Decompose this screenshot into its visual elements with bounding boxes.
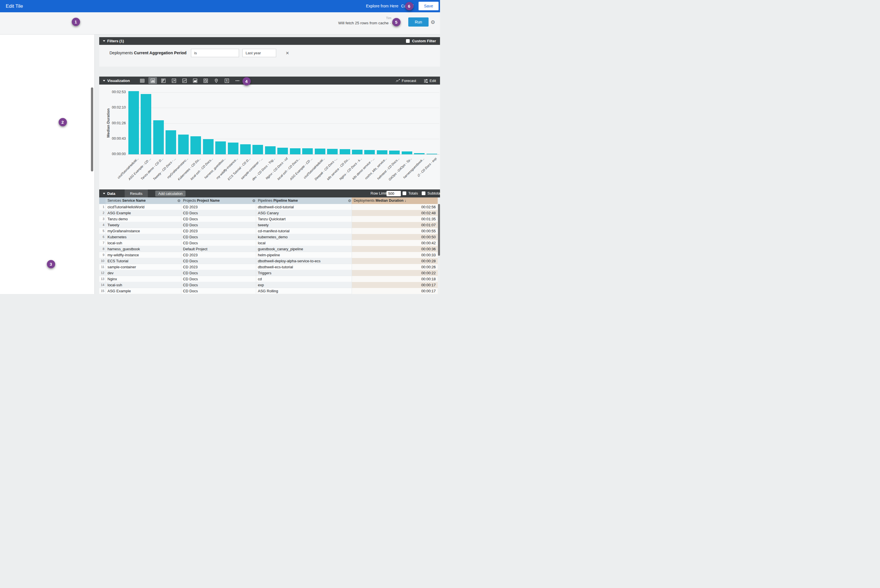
chart-bar[interactable] [377, 150, 387, 154]
cell-service-name[interactable]: local-ssh [107, 282, 179, 288]
chart-bar[interactable] [340, 149, 350, 154]
viz-type-bar-icon[interactable] [159, 77, 167, 84]
chart-bar[interactable] [215, 141, 226, 154]
filter-operator-select[interactable]: is [191, 49, 239, 57]
chart-bar[interactable] [402, 152, 412, 154]
custom-filter-checkbox[interactable] [406, 39, 410, 43]
table-scrollbar-thumb[interactable] [438, 204, 440, 256]
column-header-service-name[interactable]: Services Service Name [107, 197, 179, 204]
cell-service-name[interactable]: local-ssh [107, 240, 179, 246]
cell-service-name[interactable]: ECS Tutorial [107, 258, 179, 264]
query-settings-gear-icon[interactable]: ⚙ [430, 20, 435, 25]
add-calculation-button[interactable]: Add calculation [155, 190, 185, 196]
viz-type-single-value-icon[interactable]: 6 [223, 77, 231, 84]
cell-project-name[interactable]: CD Docs [183, 282, 254, 288]
column-gear-icon[interactable]: ⚙ [348, 199, 351, 203]
cell-project-name[interactable]: CD 2023 [183, 228, 254, 234]
cell-project-name[interactable]: CD Docs [183, 276, 254, 282]
totals-checkbox[interactable] [403, 191, 406, 195]
viz-type-scatter-icon[interactable] [170, 77, 178, 84]
chart-bar[interactable] [364, 150, 375, 154]
forecast-button[interactable]: Forecast [396, 79, 416, 83]
cell-pipeline-name[interactable]: kubernetes_demo [258, 234, 349, 240]
save-button[interactable]: Save [418, 2, 439, 10]
column-header-median-duration[interactable]: Deployments Median Duration ↓ [354, 197, 438, 204]
viz-type-table-icon[interactable] [138, 77, 146, 84]
column-header-project-name[interactable]: Projects Project Name [183, 197, 254, 204]
cell-service-name[interactable]: Tweety [107, 222, 179, 228]
chart-bar[interactable] [327, 149, 338, 154]
cell-median-duration[interactable]: 00:00:55 [352, 228, 436, 234]
cell-pipeline-name[interactable]: guestbook_canary_pipeline [258, 246, 349, 252]
cell-pipeline-name[interactable]: exp [258, 282, 349, 288]
remove-filter-icon[interactable]: ✕ [286, 51, 289, 56]
cell-pipeline-name[interactable]: ASG Rolling [258, 288, 349, 294]
cell-project-name[interactable]: CD Docs [183, 240, 254, 246]
cell-project-name[interactable]: CD Docs [183, 288, 254, 294]
chart-bar[interactable] [277, 148, 288, 154]
cell-median-duration[interactable]: 00:01:35 [352, 216, 436, 222]
cell-project-name[interactable]: CD Docs [183, 258, 254, 264]
cell-service-name[interactable]: dev [107, 270, 179, 276]
cell-pipeline-name[interactable]: local [258, 240, 349, 246]
chart-bar[interactable] [265, 146, 275, 154]
chart-bar[interactable] [315, 148, 325, 154]
chart-bar[interactable] [240, 144, 251, 154]
chart-bar[interactable] [153, 120, 164, 154]
visualization-collapse-icon[interactable] [103, 80, 105, 81]
cell-service-name[interactable]: Tanzu demo [107, 216, 179, 222]
filters-collapse-icon[interactable] [103, 40, 105, 42]
column-header-pipeline-name[interactable]: Pipelines Pipeline Name [258, 197, 350, 204]
cell-pipeline-name[interactable]: ASG Canary [258, 210, 349, 216]
chart-bar[interactable] [203, 139, 214, 154]
cell-project-name[interactable]: CD Docs [183, 210, 254, 216]
cell-median-duration[interactable]: 00:02:56 [352, 204, 436, 210]
cell-project-name[interactable]: CD Docs [183, 222, 254, 228]
cell-median-duration[interactable]: 00:00:18 [352, 276, 436, 282]
visualization-section-label[interactable]: Visualization [107, 79, 130, 83]
run-button[interactable]: Run [408, 17, 429, 27]
cell-median-duration[interactable]: 00:00:17 [352, 282, 436, 288]
cell-median-duration[interactable]: 00:00:28 [352, 258, 436, 264]
column-gear-icon[interactable]: ⚙ [177, 199, 181, 203]
cell-pipeline-name[interactable]: tweety [258, 222, 349, 228]
chart-bar[interactable] [352, 150, 363, 154]
tab-results[interactable]: Results [125, 189, 148, 197]
timezone-label[interactable]: Tim [386, 16, 391, 20]
cell-pipeline-name[interactable]: Triggers [258, 270, 349, 276]
cell-median-duration[interactable]: 00:00:42 [352, 240, 436, 246]
chart-bar[interactable] [253, 145, 263, 154]
cell-service-name[interactable]: myGrafanaInstance [107, 228, 179, 234]
chart-bar[interactable] [128, 91, 139, 154]
column-gear-icon[interactable]: ⚙ [252, 199, 256, 203]
cell-service-name[interactable]: Kubernetes [107, 234, 179, 240]
edit-viz-button[interactable]: Edit [424, 79, 436, 83]
cell-project-name[interactable]: CD Docs [183, 216, 254, 222]
cell-median-duration[interactable]: 00:01:07 [352, 222, 436, 228]
cell-pipeline-name[interactable]: dbothwell-deploy-alpha-service-to-ecs [258, 258, 349, 264]
cell-service-name[interactable]: Nginx [107, 276, 179, 282]
cell-project-name[interactable]: CD Docs [183, 270, 254, 276]
cell-pipeline-name[interactable]: cd [258, 276, 349, 282]
cell-median-duration[interactable]: 00:02:48 [352, 210, 436, 216]
cell-project-name[interactable]: CD 2023 [183, 264, 254, 270]
chart-bar[interactable] [414, 153, 424, 154]
cell-service-name[interactable]: ASG Example [107, 210, 179, 216]
cell-median-duration[interactable]: 00:00:22 [352, 270, 436, 276]
viz-type-map-icon[interactable] [212, 77, 220, 84]
cell-project-name[interactable]: Default Project [183, 246, 254, 252]
chart-bar[interactable] [427, 154, 437, 154]
filters-section-label[interactable]: Filters (1) [107, 39, 124, 43]
cell-service-name[interactable]: harness_guestbook [107, 246, 179, 252]
cell-median-duration[interactable]: 00:00:26 [352, 264, 436, 270]
cell-pipeline-name[interactable]: helm-pipeline [258, 252, 349, 258]
cell-service-name[interactable]: cicdTutorialHelloWorld [107, 204, 179, 210]
cell-service-name[interactable]: my-wildfly-instance [107, 252, 179, 258]
filter-value-input[interactable]: Last year [242, 49, 276, 57]
cell-pipeline-name[interactable]: Tanzu Quickstart [258, 216, 349, 222]
viz-type-line-icon[interactable] [180, 77, 189, 84]
cell-pipeline-name[interactable]: dbothwell-cicd-tutorial [258, 204, 349, 210]
cell-project-name[interactable]: CD 2023 [183, 204, 254, 210]
chart-bar[interactable] [178, 135, 189, 154]
cell-service-name[interactable]: sample-container [107, 264, 179, 270]
